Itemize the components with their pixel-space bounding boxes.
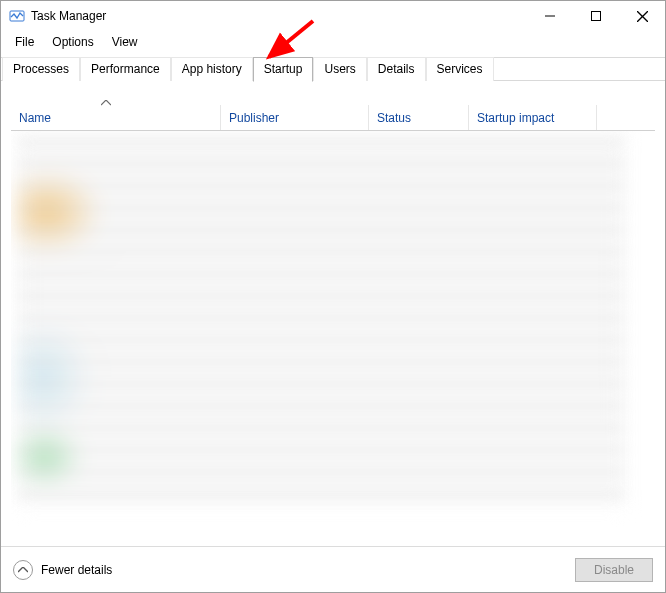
column-header-publisher-label: Publisher <box>229 111 279 125</box>
svg-rect-2 <box>592 12 601 21</box>
blurred-rows <box>17 137 625 506</box>
titlebar: Task Manager <box>1 1 665 31</box>
menubar: File Options View <box>1 31 665 57</box>
column-header-startup-impact-label: Startup impact <box>477 111 554 125</box>
fewer-details-button[interactable]: Fewer details <box>13 560 112 580</box>
content-area: Name Publisher Status Startup impact <box>1 81 665 546</box>
column-header-status[interactable]: Status <box>369 105 469 130</box>
startup-list[interactable] <box>11 131 655 546</box>
tab-users[interactable]: Users <box>313 57 366 81</box>
disable-button-label: Disable <box>594 563 634 577</box>
window-title: Task Manager <box>31 9 106 23</box>
sort-indicator-icon <box>101 95 111 109</box>
tab-services[interactable]: Services <box>426 57 494 81</box>
menu-view[interactable]: View <box>104 33 146 51</box>
maximize-button[interactable] <box>573 1 619 31</box>
menu-file[interactable]: File <box>7 33 42 51</box>
minimize-button[interactable] <box>527 1 573 31</box>
chevron-up-icon <box>13 560 33 580</box>
tab-startup[interactable]: Startup <box>253 57 314 82</box>
task-manager-window: Task Manager File Options View Processes… <box>0 0 666 593</box>
column-header-publisher[interactable]: Publisher <box>221 105 369 130</box>
disable-button: Disable <box>575 558 653 582</box>
tab-details[interactable]: Details <box>367 57 426 81</box>
tab-processes[interactable]: Processes <box>2 57 80 81</box>
window-controls <box>527 1 665 31</box>
column-headers: Name Publisher Status Startup impact <box>11 105 655 131</box>
tabstrip: Processes Performance App history Startu… <box>1 57 665 81</box>
column-header-startup-impact[interactable]: Startup impact <box>469 105 597 130</box>
column-header-name-label: Name <box>19 111 51 125</box>
column-header-name[interactable]: Name <box>11 105 221 130</box>
column-header-status-label: Status <box>377 111 411 125</box>
fewer-details-label: Fewer details <box>41 563 112 577</box>
task-manager-icon <box>9 8 25 24</box>
tab-app-history[interactable]: App history <box>171 57 253 81</box>
tab-performance[interactable]: Performance <box>80 57 171 81</box>
menu-options[interactable]: Options <box>44 33 101 51</box>
close-button[interactable] <box>619 1 665 31</box>
footer: Fewer details Disable <box>1 546 665 592</box>
